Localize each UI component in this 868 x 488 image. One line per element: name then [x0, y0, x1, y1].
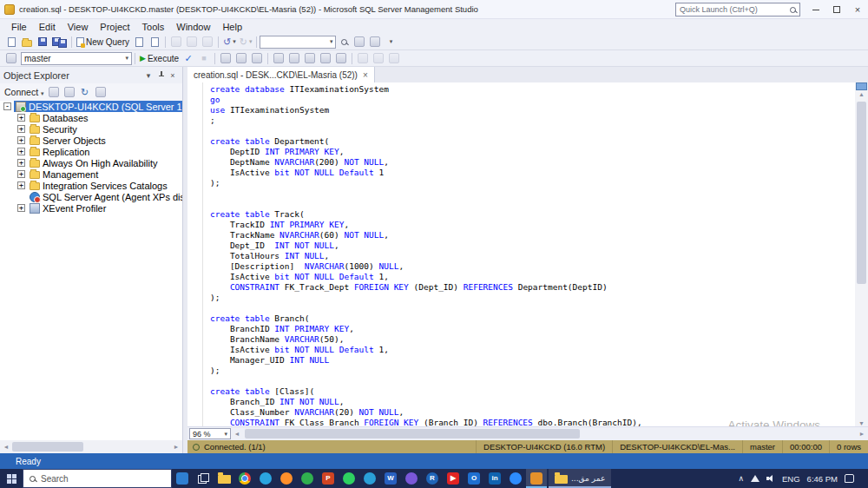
- editor-tool-5[interactable]: [286, 51, 302, 66]
- open-file-button[interactable]: [19, 35, 35, 49]
- editor-tool-7[interactable]: [318, 51, 333, 66]
- stop-button[interactable]: [63, 86, 76, 98]
- menu-edit[interactable]: Edit: [33, 21, 62, 33]
- document-tab[interactable]: creation.sql - DESK...CKD\EL-Masria (52)…: [187, 67, 375, 82]
- editor-hscroll-track[interactable]: [245, 429, 854, 439]
- zoom-combo[interactable]: 96 % ▾: [189, 428, 231, 439]
- toolbar-extra-button-2[interactable]: [367, 35, 383, 49]
- toolbar-overflow-button[interactable]: ▾: [383, 35, 398, 49]
- find-button[interactable]: [336, 35, 352, 49]
- close-panel-button[interactable]: ×: [167, 71, 179, 80]
- refresh-button[interactable]: ↻: [79, 86, 91, 98]
- close-button[interactable]: ×: [847, 0, 868, 19]
- vscroll-thumb[interactable]: [857, 102, 866, 284]
- open-folder-task[interactable]: عمر مق...: [549, 469, 611, 488]
- save-all-button[interactable]: [50, 35, 69, 49]
- scroll-down-icon[interactable]: ▼: [855, 420, 868, 426]
- telegram-icon[interactable]: [359, 469, 380, 488]
- menu-project[interactable]: Project: [94, 21, 135, 33]
- new-xmla-query-button[interactable]: [147, 35, 162, 49]
- task-view-icon[interactable]: [193, 469, 214, 488]
- code-lines[interactable]: create database ITIexaminationSystemgous…: [187, 82, 855, 426]
- whatsapp-icon[interactable]: [339, 469, 359, 488]
- outlook-icon[interactable]: O: [464, 469, 484, 488]
- action-center-icon[interactable]: [845, 474, 854, 483]
- editor-tool-1[interactable]: [218, 51, 233, 66]
- menu-view[interactable]: View: [62, 21, 95, 33]
- editor-tool-9[interactable]: [355, 51, 371, 66]
- volume-icon[interactable]: [766, 474, 775, 483]
- menu-window[interactable]: Window: [170, 21, 216, 33]
- new-query-button[interactable]: New Query: [75, 35, 131, 49]
- cancel-query-button[interactable]: ■: [196, 51, 212, 66]
- new-oledb-query-button[interactable]: [131, 35, 147, 49]
- tree-item[interactable]: SQL Server Agent (Agent XPs disabled): [0, 191, 182, 202]
- available-databases-button[interactable]: [3, 51, 19, 66]
- save-button[interactable]: [35, 35, 50, 49]
- clock[interactable]: 6:46 PM: [807, 474, 838, 484]
- toolbar-extra-button-1[interactable]: [352, 35, 367, 49]
- tree-collapse-icon[interactable]: -: [3, 102, 11, 110]
- youtube-icon[interactable]: ▶: [443, 469, 464, 488]
- parse-button[interactable]: ✓: [181, 51, 196, 66]
- r-app-icon[interactable]: R: [422, 469, 443, 488]
- copy-button[interactable]: [184, 35, 200, 49]
- taskbar-search-input[interactable]: Search: [23, 469, 172, 488]
- panel-menu-button[interactable]: ▾: [142, 71, 155, 80]
- minimize-button[interactable]: [806, 0, 826, 19]
- scroll-left-icon[interactable]: ◄: [231, 431, 243, 437]
- tree-item[interactable]: +Databases: [0, 112, 182, 123]
- editor-tool-8[interactable]: [333, 51, 349, 66]
- split-handle[interactable]: [856, 82, 867, 90]
- scroll-right-icon[interactable]: ►: [170, 444, 182, 450]
- menu-help[interactable]: Help: [216, 21, 248, 33]
- quick-launch-input[interactable]: Quick Launch (Ctrl+Q): [675, 3, 800, 16]
- undo-button[interactable]: ↺▾: [221, 35, 238, 49]
- execute-button[interactable]: ▶ Execute: [138, 51, 181, 66]
- tree-expand-icon[interactable]: +: [17, 204, 25, 212]
- filter-button[interactable]: [95, 86, 107, 98]
- tree-expand-icon[interactable]: +: [17, 148, 25, 155]
- menu-file[interactable]: File: [5, 21, 33, 33]
- tree-expand-icon[interactable]: +: [17, 114, 25, 122]
- chrome-icon[interactable]: [234, 469, 255, 488]
- editor-tool-10[interactable]: [371, 51, 386, 66]
- network-icon[interactable]: [751, 475, 760, 482]
- tree-expand-icon[interactable]: +: [17, 181, 25, 189]
- tree-expand-icon[interactable]: +: [17, 170, 25, 178]
- disconnect-button[interactable]: [48, 86, 60, 98]
- maximize-button[interactable]: [826, 0, 847, 19]
- hidden-icons-chevron[interactable]: ∧: [738, 474, 744, 483]
- toolbar-combo[interactable]: ▾: [260, 36, 336, 49]
- ssms-taskbar-icon[interactable]: [526, 469, 547, 488]
- scroll-left-icon[interactable]: ◄: [0, 444, 12, 450]
- new-project-button[interactable]: [3, 35, 19, 49]
- firefox-icon[interactable]: [276, 469, 297, 488]
- tree-item[interactable]: +Security: [0, 123, 182, 135]
- editor-tool-2[interactable]: [233, 51, 249, 66]
- file-explorer-icon[interactable]: [214, 469, 234, 488]
- tree-expand-icon[interactable]: +: [17, 125, 25, 133]
- editor-vscrollbar[interactable]: ▲ ▼: [855, 82, 868, 426]
- powerpoint-icon[interactable]: P: [318, 469, 339, 488]
- purple-app-icon[interactable]: [401, 469, 422, 488]
- scroll-right-icon[interactable]: ►: [856, 431, 868, 437]
- pin-panel-button[interactable]: [155, 71, 167, 79]
- start-button[interactable]: [0, 469, 23, 488]
- cut-button[interactable]: [168, 35, 184, 49]
- database-combo[interactable]: master ▾: [21, 52, 132, 65]
- object-explorer-hscrollbar[interactable]: ◄ ►: [0, 440, 182, 453]
- tree-item[interactable]: +Always On High Availability: [0, 157, 182, 168]
- tree-expand-icon[interactable]: +: [17, 136, 25, 144]
- edge-icon[interactable]: [255, 469, 276, 488]
- tree-item[interactable]: +Integration Services Catalogs: [0, 180, 182, 191]
- tree-item[interactable]: -DESKTOP-UI4KCKD (SQL Server 16.0.1000.6…: [0, 101, 182, 112]
- hscroll-track[interactable]: [12, 442, 170, 452]
- tree-item[interactable]: +XEvent Profiler: [0, 202, 182, 214]
- tree-item[interactable]: +Replication: [0, 146, 182, 157]
- linkedin-icon[interactable]: in: [484, 469, 505, 488]
- word-icon[interactable]: W: [380, 469, 401, 488]
- editor-tool-6[interactable]: [302, 51, 318, 66]
- editor-tool-11[interactable]: [386, 51, 402, 66]
- paste-button[interactable]: [200, 35, 215, 49]
